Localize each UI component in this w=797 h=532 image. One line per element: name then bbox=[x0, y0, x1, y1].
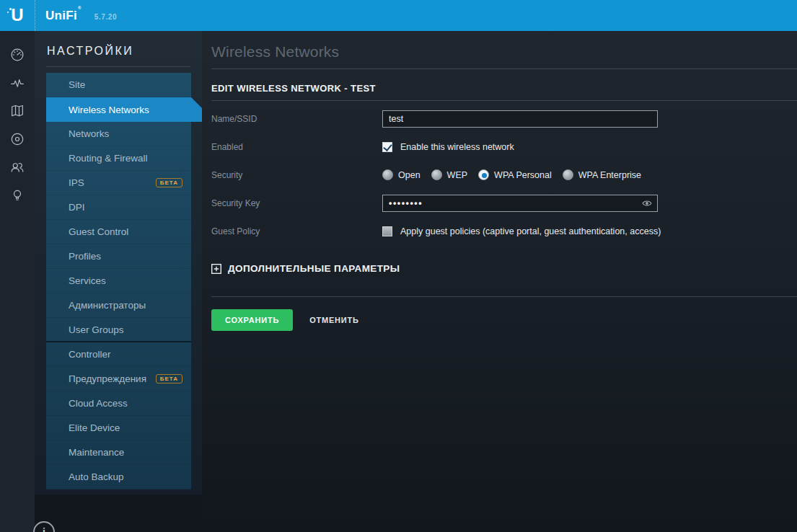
sidebar-item-services[interactable]: Services bbox=[46, 269, 191, 293]
edit-network-form: Name/SSID Enabled Enable this wireless n… bbox=[211, 105, 797, 245]
form-row-security: Security OpenWEPWPA PersonalWPA Enterpri… bbox=[211, 161, 797, 189]
logo-dot-icon bbox=[7, 12, 9, 13]
logo-dot-icon bbox=[9, 8, 12, 10]
sidebar-item-label: Site bbox=[69, 79, 85, 90]
actions-divider bbox=[211, 296, 797, 297]
settings-title: НАСТРОЙКИ bbox=[46, 45, 190, 58]
beta-badge: БЕТА bbox=[156, 374, 182, 384]
sidebar-item-wireless-networks[interactable]: Wireless Networks bbox=[46, 97, 202, 122]
radio-icon bbox=[563, 169, 573, 180]
sidebar-item-elite-device[interactable]: Elite Device bbox=[46, 416, 191, 440]
security-option-wep[interactable]: WEP bbox=[431, 169, 467, 180]
sidebar-item-label: IPS bbox=[69, 177, 84, 188]
security-option-open[interactable]: Open bbox=[382, 169, 420, 180]
form-row-enabled: Enabled Enable this wireless network bbox=[211, 133, 797, 161]
topbar-divider bbox=[35, 0, 35, 31]
sidebar-item-label: Maintenance bbox=[69, 447, 124, 458]
expand-plus-icon bbox=[211, 264, 221, 274]
name-ssid-input[interactable] bbox=[382, 110, 658, 128]
sidebar-item-cloud-access[interactable]: Cloud Access bbox=[46, 391, 191, 416]
sidebar-item-label: Предупреждения bbox=[69, 373, 146, 384]
sidebar-item-user-groups[interactable]: User Groups bbox=[46, 318, 191, 342]
form-actions: СОХРАНИТЬ ОТМЕНИТЬ bbox=[211, 309, 797, 331]
enabled-checkbox[interactable] bbox=[382, 142, 392, 152]
page-title: Wireless Networks bbox=[211, 43, 797, 61]
clients-icon[interactable] bbox=[9, 159, 26, 176]
sidebar-item-label: Services bbox=[69, 275, 106, 286]
sidebar-item-label: Elite Device bbox=[69, 422, 120, 433]
sidebar-item-routing-firewall[interactable]: Routing & Firewall bbox=[46, 146, 191, 171]
sidebar-item-guest-control[interactable]: Guest Control bbox=[46, 220, 191, 244]
settings-sidebar: НАСТРОЙКИ SiteWireless NetworksNetworksR… bbox=[35, 31, 202, 495]
form-row-name-ssid: Name/SSID bbox=[211, 105, 797, 133]
enabled-label: Enabled bbox=[211, 142, 382, 152]
form-row-guest-policy: Guest Policy Apply guest policies (capti… bbox=[211, 217, 797, 245]
guest-policy-checkbox[interactable] bbox=[382, 226, 392, 236]
show-password-eye-icon[interactable] bbox=[642, 199, 652, 207]
security-option-label: WPA Enterprise bbox=[578, 170, 641, 180]
sidebar-item-item-12[interactable]: ПредупрежденияБЕТА bbox=[46, 367, 191, 391]
security-label: Security bbox=[211, 170, 382, 180]
security-key-label: Security Key bbox=[211, 198, 382, 208]
sidebar-item-ips[interactable]: IPSБЕТА bbox=[46, 171, 191, 195]
product-name: UniFi bbox=[45, 9, 77, 22]
sidebar-item-label: Guest Control bbox=[69, 226, 128, 237]
dashboard-icon[interactable] bbox=[9, 46, 26, 63]
security-option-wpa-personal[interactable]: WPA Personal bbox=[478, 169, 552, 180]
guest-policy-label: Guest Policy bbox=[211, 226, 382, 236]
ubiquiti-u-icon: U bbox=[11, 6, 23, 24]
guest-policy-checkbox-label[interactable]: Apply guest policies (captive portal, gu… bbox=[400, 226, 661, 236]
advanced-options-toggle[interactable]: ДОПОЛНИТЕЛЬНЫЕ ПАРАМЕТРЫ bbox=[211, 263, 797, 274]
registered-mark: ® bbox=[78, 6, 82, 10]
top-bar: U UniFi® 5.7.20 bbox=[0, 0, 797, 31]
name-ssid-label: Name/SSID bbox=[211, 114, 382, 124]
sidebar-item-controller[interactable]: Controller bbox=[46, 342, 191, 367]
app-window: U UniFi® 5.7.20 НАСТРОЙКИ SiteWir bbox=[0, 0, 797, 532]
sidebar-item-site[interactable]: Site bbox=[46, 73, 191, 97]
map-icon[interactable] bbox=[9, 102, 26, 120]
statistics-icon[interactable] bbox=[9, 74, 26, 92]
ubiquiti-logo[interactable]: U bbox=[0, 0, 35, 31]
enabled-checkbox-label[interactable]: Enable this wireless network bbox=[400, 142, 514, 152]
security-radio-group: OpenWEPWPA PersonalWPA Enterprise bbox=[382, 169, 652, 180]
sidebar-item-label: Cloud Access bbox=[69, 398, 128, 409]
sidebar-item-dpi[interactable]: DPI bbox=[46, 195, 191, 220]
sidebar-item-maintenance[interactable]: Maintenance bbox=[46, 440, 191, 465]
devices-icon[interactable] bbox=[9, 130, 26, 148]
sidebar-item-label: Controller bbox=[69, 349, 111, 360]
security-option-label: Open bbox=[398, 170, 420, 180]
beta-badge: БЕТА bbox=[156, 178, 182, 187]
settings-menu: SiteWireless NetworksNetworksRouting & F… bbox=[46, 73, 191, 489]
settings-title-divider bbox=[46, 66, 190, 67]
sidebar-item-label: Networks bbox=[69, 128, 109, 139]
sidebar-item-item-9[interactable]: Администраторы bbox=[46, 293, 191, 318]
advanced-options-title: ДОПОЛНИТЕЛЬНЫЕ ПАРАМЕТРЫ bbox=[228, 263, 400, 274]
section-title: EDIT WIRELESS NETWORK - TEST bbox=[211, 83, 797, 94]
main-content: Wireless Networks EDIT WIRELESS NETWORK … bbox=[202, 31, 797, 532]
sidebar-item-networks[interactable]: Networks bbox=[46, 122, 191, 146]
section-divider bbox=[211, 100, 797, 101]
radio-icon bbox=[431, 169, 442, 180]
info-button[interactable]: i bbox=[33, 521, 55, 532]
sidebar-item-auto-backup[interactable]: Auto Backup bbox=[46, 465, 191, 489]
save-button[interactable]: СОХРАНИТЬ bbox=[211, 309, 293, 331]
sidebar-item-label: User Groups bbox=[69, 324, 124, 335]
radio-icon bbox=[382, 169, 393, 180]
sidebar-item-label: DPI bbox=[69, 202, 85, 213]
sidebar-item-profiles[interactable]: Profiles bbox=[46, 244, 191, 269]
version-label: 5.7.20 bbox=[94, 13, 117, 21]
security-key-input[interactable] bbox=[382, 195, 658, 212]
security-option-label: WPA Personal bbox=[494, 170, 552, 180]
security-option-wpa-enterprise[interactable]: WPA Enterprise bbox=[563, 169, 641, 180]
security-option-label: WEP bbox=[447, 170, 467, 180]
icon-rail bbox=[0, 31, 35, 532]
page-title-divider bbox=[211, 68, 797, 69]
insights-icon[interactable] bbox=[9, 187, 26, 204]
sidebar-item-label: Auto Backup bbox=[69, 471, 124, 482]
security-key-wrap bbox=[382, 195, 658, 212]
sidebar-item-label: Wireless Networks bbox=[69, 105, 149, 115]
sidebar-item-label: Profiles bbox=[69, 251, 101, 262]
cancel-button[interactable]: ОТМЕНИТЬ bbox=[309, 316, 359, 324]
sidebar-item-label: Администраторы bbox=[69, 300, 146, 311]
sidebar-item-label: Routing & Firewall bbox=[69, 153, 148, 164]
